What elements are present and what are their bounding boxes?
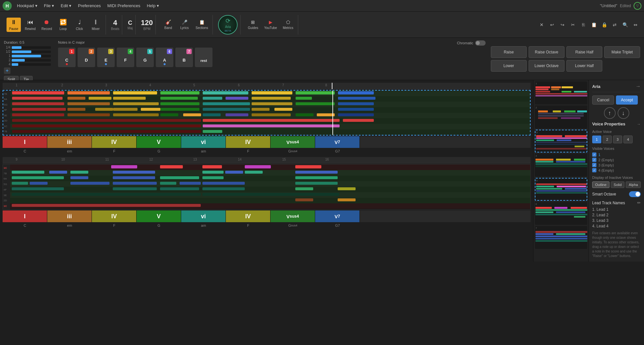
down-button[interactable]: ↓: [618, 107, 629, 119]
mini-roll-5[interactable]: 5: [535, 178, 587, 201]
mini-roll-7[interactable]: 7: [535, 226, 587, 249]
zoom-h-button[interactable]: ⇔: [631, 20, 640, 29]
mini-roll-4[interactable]: 4: [535, 154, 587, 177]
lower-octave-button[interactable]: Lower Octave: [529, 60, 564, 72]
display-alpha-btn[interactable]: Alpha: [626, 181, 641, 188]
zoom-button[interactable]: 🔍: [621, 20, 630, 29]
record-button[interactable]: ⏺ Record: [39, 18, 54, 32]
voice-check-4[interactable]: [592, 168, 596, 172]
copy-button[interactable]: ⎘: [579, 20, 588, 29]
voice-check-2[interactable]: [592, 158, 596, 162]
chord-V7-1[interactable]: V7: [315, 136, 360, 148]
rewind-button[interactable]: ⏮ Rewind: [23, 18, 37, 32]
chord-vi-2[interactable]: vi: [181, 210, 226, 222]
dur-bar-2[interactable]: 1/2: [4, 50, 53, 53]
key-display[interactable]: C Maj: [127, 20, 133, 30]
aria-nav-arrow[interactable]: →: [636, 83, 641, 89]
roll-grid-2[interactable]: ↺ ↺ 1C 7B 6A 5G 4F 3E 2D 1C: [3, 164, 531, 210]
chord-IV-2[interactable]: IV: [92, 210, 137, 222]
click-button[interactable]: ♩ Click: [72, 17, 87, 32]
lyrics-button[interactable]: 🎤 Lyrics: [177, 18, 192, 31]
band-button[interactable]: 🎸 Band: [161, 18, 175, 31]
voice-check-1[interactable]: [592, 152, 596, 157]
voice-btn-2[interactable]: 2: [603, 136, 612, 143]
mini-roll-1[interactable]: 1: [535, 81, 587, 104]
voice-btn-3[interactable]: 3: [613, 136, 622, 143]
dur-bar-3[interactable]: 1: [4, 54, 53, 58]
chord-V-2[interactable]: V: [137, 210, 181, 222]
aria-button[interactable]: ⟳ Aria BETA: [218, 15, 238, 35]
del-button[interactable]: ✕: [537, 20, 546, 29]
cancel-button[interactable]: Cancel: [592, 95, 614, 105]
chord-Vsus4-2[interactable]: Vsus4: [271, 210, 315, 222]
chord-iii-2[interactable]: iii: [47, 210, 92, 222]
cut-button[interactable]: ✂: [568, 20, 578, 29]
chord-bar-2[interactable]: I iii IV V vi IV Vsus4 V7: [3, 210, 531, 222]
redo-button[interactable]: ↪: [558, 20, 567, 29]
up-button[interactable]: ↑: [604, 107, 616, 119]
chord-IV-1[interactable]: IV: [92, 136, 137, 148]
menu-hookpad[interactable]: Hookpad ▾: [14, 2, 40, 9]
chord-V7-2[interactable]: V7: [315, 210, 360, 222]
sections-button[interactable]: 📋 Sections: [194, 18, 210, 31]
raise-half-button[interactable]: Raise Half: [566, 46, 602, 58]
note-key-rest[interactable]: rest: [195, 48, 212, 67]
chord-iii-1[interactable]: iii: [47, 136, 92, 148]
make-triplet-button[interactable]: Make Triplet: [604, 46, 640, 58]
smart-octave-toggle[interactable]: [629, 191, 641, 197]
mixer-button[interactable]: 𝄃 Mixer: [89, 18, 103, 32]
lock-button[interactable]: 🔒: [600, 20, 609, 29]
voice-check-3[interactable]: [592, 163, 596, 167]
accept-button[interactable]: Accept: [616, 95, 638, 105]
note-key-f[interactable]: 4 F: [117, 48, 134, 67]
lower-half-button[interactable]: Lower Half: [566, 60, 602, 72]
menu-help[interactable]: Help ▾: [144, 2, 161, 9]
chord-I-2[interactable]: I: [3, 210, 47, 222]
menu-midi[interactable]: MIDI Preferences: [105, 2, 143, 9]
loop-button[interactable]: 🔁 Loop: [56, 17, 70, 32]
lower-button[interactable]: Lower: [491, 60, 527, 72]
voice-btn-1[interactable]: 1: [592, 136, 601, 143]
dur-bar-1[interactable]: 1/4: [4, 46, 53, 49]
edit-lead-names-icon[interactable]: ✏: [637, 200, 641, 205]
raise-button[interactable]: Raise: [491, 46, 527, 58]
nudge-button[interactable]: ⇄: [610, 20, 619, 29]
note-key-a[interactable]: 6 A: [156, 48, 173, 67]
display-outline-btn[interactable]: Outline: [592, 181, 609, 188]
note-key-c[interactable]: 1 C: [58, 48, 76, 67]
pause-button[interactable]: ⏸ Pause: [7, 18, 21, 32]
menu-file[interactable]: File ▾: [41, 2, 57, 9]
raise-octave-button[interactable]: Raise Octave: [529, 46, 564, 58]
youtube-button[interactable]: ▶ YouTube: [262, 18, 279, 31]
chord-I-1[interactable]: I: [3, 136, 47, 148]
note-key-e[interactable]: 3 E: [97, 48, 115, 67]
note-key-g[interactable]: 5 G: [136, 48, 154, 67]
display-solid-btn[interactable]: Solid: [611, 181, 624, 188]
meter-display[interactable]: 4 Beats: [111, 19, 120, 31]
menu-edit[interactable]: Edit ▾: [58, 2, 74, 9]
guides-button[interactable]: ⊞ Guides: [246, 18, 260, 31]
chord-IV2-1[interactable]: IV: [226, 136, 271, 148]
paste-button[interactable]: 📋: [589, 20, 598, 29]
mini-roll-2[interactable]: 2: [535, 106, 587, 128]
chord-V-1[interactable]: V: [137, 136, 181, 148]
roll-grid-1[interactable]: ↺ ↺ 7B 6A 5G 4F 3E 2D 1C 7B: [3, 90, 531, 136]
menu-preferences[interactable]: Preferences: [75, 2, 103, 9]
voice-btn-4[interactable]: 4: [623, 136, 633, 143]
chord-IV2-2[interactable]: IV: [226, 210, 271, 222]
note-key-d[interactable]: 2 D: [78, 48, 95, 67]
undo-button[interactable]: ↩: [548, 20, 557, 29]
dur-bar-4[interactable]: 2: [4, 58, 53, 62]
tempo-display[interactable]: 120 BPM: [141, 19, 153, 31]
note-key-b[interactable]: 7 B: [175, 48, 193, 67]
chord-vi-1[interactable]: vi: [181, 136, 226, 148]
vp-arrow[interactable]: →: [637, 122, 641, 126]
mini-roll-3[interactable]: 3: [535, 130, 587, 152]
chord-Vsus4-1[interactable]: Vsus4: [271, 136, 315, 148]
add-duration-button[interactable]: +: [4, 67, 10, 74]
chord-bar-1[interactable]: I iii IV V vi IV Vsus4 V7: [3, 136, 531, 148]
metrics-button[interactable]: ⬠ Metrics: [281, 18, 295, 31]
dur-bar-5[interactable]: 4: [4, 63, 53, 66]
chromatic-switch[interactable]: [475, 40, 486, 46]
mini-roll-6[interactable]: 6: [535, 202, 587, 225]
